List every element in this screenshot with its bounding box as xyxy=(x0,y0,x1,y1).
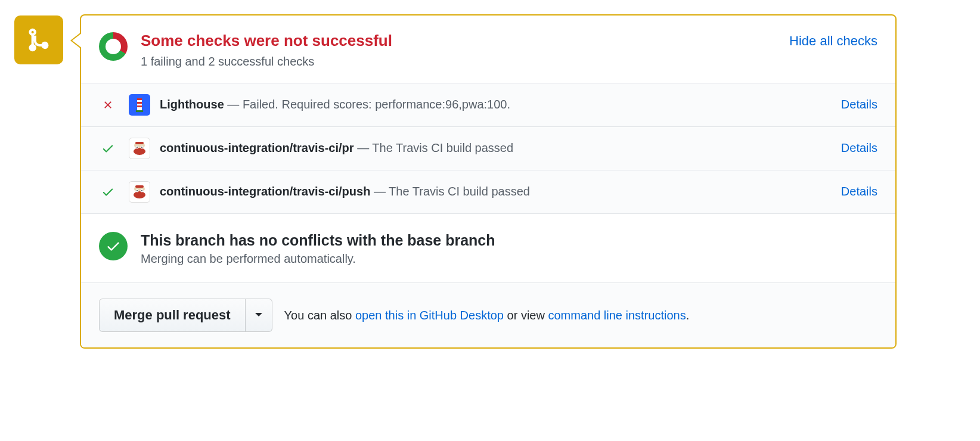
svg-rect-1 xyxy=(137,98,142,100)
svg-point-7 xyxy=(134,148,145,155)
open-desktop-link[interactable]: open this in GitHub Desktop xyxy=(355,309,504,322)
conflicts-section: This branch has no conflicts with the ba… xyxy=(81,214,895,283)
merge-status-box: Some checks were not successful 1 failin… xyxy=(80,14,897,349)
checks-status-subtitle: 1 failing and 2 successful checks xyxy=(141,55,789,69)
git-merge-icon xyxy=(26,27,52,53)
caret-down-icon xyxy=(255,313,262,318)
check-name: continuous-integration/travis-ci/push xyxy=(160,185,370,198)
check-details-link[interactable]: Details xyxy=(841,185,877,198)
check-pass-icon xyxy=(101,185,114,198)
conflicts-title: This branch has no conflicts with the ba… xyxy=(141,231,495,250)
check-message: — The Travis CI build passed xyxy=(374,185,530,198)
svg-point-11 xyxy=(141,147,142,148)
merge-options-dropdown-button[interactable] xyxy=(246,299,272,332)
timeline-merge-badge xyxy=(14,15,63,64)
cli-instructions-link[interactable]: command line instructions xyxy=(548,309,686,322)
svg-rect-0 xyxy=(137,98,142,111)
check-message: — Failed. Required scores: performance:9… xyxy=(227,98,510,111)
check-name: Lighthouse xyxy=(160,98,224,111)
lighthouse-avatar-icon xyxy=(129,94,150,116)
check-message: — The Travis CI build passed xyxy=(357,141,513,154)
travis-avatar-icon xyxy=(129,138,150,159)
check-details-link[interactable]: Details xyxy=(841,98,877,111)
merge-helper-text: You can also open this in GitHub Desktop… xyxy=(284,309,690,322)
merge-footer: Merge pull request You can also open thi… xyxy=(81,282,895,347)
status-donut-icon xyxy=(99,32,128,61)
check-details-link[interactable]: Details xyxy=(841,141,877,155)
check-row: Lighthouse — Failed. Required scores: pe… xyxy=(81,83,895,127)
check-pass-icon xyxy=(101,142,114,155)
svg-point-14 xyxy=(134,191,145,198)
svg-rect-6 xyxy=(135,142,144,144)
svg-point-17 xyxy=(137,190,138,191)
svg-point-18 xyxy=(141,190,142,191)
svg-point-10 xyxy=(137,147,138,148)
conflicts-subtitle: Merging can be performed automatically. xyxy=(141,252,495,266)
svg-rect-13 xyxy=(135,185,144,188)
check-row: continuous-integration/travis-ci/push — … xyxy=(81,170,895,214)
checks-header: Some checks were not successful 1 failin… xyxy=(81,15,895,83)
checks-status-title: Some checks were not successful xyxy=(141,31,789,51)
check-row: continuous-integration/travis-ci/pr — Th… xyxy=(81,127,895,170)
svg-rect-4 xyxy=(136,110,143,112)
svg-rect-3 xyxy=(137,105,142,107)
success-circle-icon xyxy=(99,232,128,260)
svg-rect-2 xyxy=(137,102,142,104)
checks-list: Lighthouse — Failed. Required scores: pe… xyxy=(81,83,895,214)
merge-pull-request-button[interactable]: Merge pull request xyxy=(99,299,246,332)
check-name: continuous-integration/travis-ci/pr xyxy=(160,141,354,154)
x-fail-icon xyxy=(102,99,114,111)
travis-avatar-icon xyxy=(129,181,150,203)
hide-all-checks-link[interactable]: Hide all checks xyxy=(789,33,877,49)
